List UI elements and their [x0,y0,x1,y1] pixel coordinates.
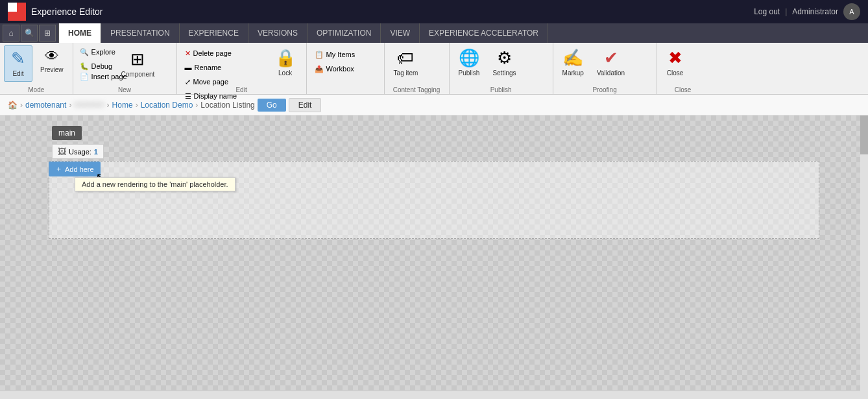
publish-button[interactable]: 🌐 Publish [453,45,485,82]
validation-button[interactable]: ✔ Validation [592,45,630,82]
top-bar: Experience Editor Log out | Administrato… [0,0,868,23]
breadcrumb-item2: ••••••••••• [74,101,104,110]
top-bar-right: Log out | Administrator A [754,3,860,20]
preview-icon: 👁 [45,48,59,65]
nav-experience[interactable]: EXPERIENCE [180,23,248,43]
markup-button[interactable]: ✍ Markup [557,45,589,82]
lock-icon: 🔒 [275,48,296,68]
items-group: 📋 My Items 📤 Workbox [307,43,385,95]
publish-icon: 🌐 [459,48,479,68]
close-label: Close [667,69,684,77]
markup-icon: ✍ [562,48,583,68]
tag-item-icon: 🏷 [397,48,414,68]
nav-experience-accelerator[interactable]: EXPERIENCE ACCELERATOR [420,23,548,43]
publish-group: 🌐 Publish ⚙ Settings Publish [450,43,553,95]
separator: | [785,7,787,16]
my-items-icon: 📋 [315,51,324,59]
insert-page-button[interactable]: 📄 Insert page [77,70,130,83]
content-placeholder [49,161,819,239]
close-button[interactable]: ✖ Close [661,45,690,82]
new-group: 🔍 Explore 🐛 Debug ⊞ Component 📄 Insert p… [73,43,177,95]
breadcrumb-home-icon: 🏠 [8,101,18,110]
edit-button[interactable]: ✎ Edit [4,45,32,82]
settings-button[interactable]: ⚙ Settings [487,45,521,82]
add-here-tooltip: Add a new rendering to the 'main' placeh… [75,177,235,191]
workbox-icon: 📤 [315,65,324,73]
placeholder-label: main [52,126,82,140]
move-page-label: Move page [193,78,228,86]
workbox-button[interactable]: 📤 Workbox [312,62,380,75]
grid-quick-btn[interactable]: ⊞ [39,25,56,42]
new-sub-group: 🔍 Explore 🐛 Debug [77,45,118,73]
content-tagging-label: Content Tagging [385,86,449,93]
add-here-button[interactable]: ＋ Add here [49,162,101,176]
my-items-button[interactable]: 📋 My Items [312,48,380,61]
explore-label: Explore [91,48,115,56]
tag-item-label: Tag item [394,69,418,77]
nav-versions[interactable]: VERSIONS [248,23,307,43]
usage-text: Usage: [69,148,91,156]
preview-label: Preview [40,66,64,73]
scrollbar-horizontal[interactable] [0,391,868,399]
username: Administrator [792,7,838,16]
breadcrumb-home[interactable]: Home [112,101,133,110]
avatar: A [843,3,860,20]
edit-icon: ✎ [11,49,25,69]
scrollbar-vertical[interactable] [860,115,868,399]
content-tagging-group: 🏷 Tag item Content Tagging [385,43,450,95]
nav-home[interactable]: HOME [59,23,101,43]
breadcrumb-demotenant[interactable]: demotenant [25,101,66,110]
placeholder-usage: 🖼 Usage: 1 [52,144,104,159]
ribbon-nav: ⌂ 🔍 ⊞ HOME PRESENTATION EXPERIENCE VERSI… [0,23,868,43]
markup-label: Markup [562,69,584,77]
settings-label: Settings [492,69,516,77]
explore-icon: 🔍 [80,48,89,56]
close-group: ✖ Close Close [657,43,709,95]
close-group-label: Close [657,86,709,93]
close-icon: ✖ [668,48,682,68]
mode-group: ✎ Edit 👁 Preview Mode [0,43,73,95]
proofing-group-label: Proofing [553,86,657,93]
canvas-area: main 🖼 Usage: 1 ＋ Add here ↖ Add a new r… [0,115,868,399]
top-bar-left: Experience Editor [8,3,103,21]
nav-optimization[interactable]: OPTIMIZATION [307,23,381,43]
settings-icon: ⚙ [497,48,512,68]
edit-label: Edit [12,70,23,77]
logout-link[interactable]: Log out [754,7,780,16]
component-icon: ⊞ [130,49,145,69]
lock-button[interactable]: 🔒 Lock [270,45,301,82]
usage-icon: 🖼 [58,147,66,156]
usage-count: 1 [94,148,98,156]
rename-label: Rename [195,64,222,71]
quick-actions: ⌂ 🔍 ⊞ [0,23,59,43]
edit-group: ✕ Delete page ▬ Rename ⤢ Move page ☰ Dis… [177,43,307,95]
publish-label: Publish [459,69,480,77]
debug-icon: 🐛 [80,62,89,71]
add-here-plus-icon: ＋ [55,164,62,174]
delete-icon: ✕ [185,49,191,58]
search-quick-btn[interactable]: 🔍 [21,25,38,42]
delete-page-label: Delete page [193,49,232,57]
preview-button[interactable]: 👁 Preview [35,45,69,82]
mode-group-label: Mode [0,86,73,93]
add-here-label: Add here [65,165,94,173]
insert-page-icon: 📄 [80,73,89,81]
workbox-label: Workbox [326,65,354,73]
debug-label: Debug [91,62,112,70]
app-logo [8,3,26,21]
explore-button[interactable]: 🔍 Explore [77,45,118,58]
home-quick-btn[interactable]: ⌂ [3,25,19,42]
validation-label: Validation [597,69,625,77]
lock-label: Lock [278,69,292,77]
breadcrumb-bar: 🏠 › demotenant › ••••••••••• › Home › Lo… [0,95,868,115]
tag-item-button[interactable]: 🏷 Tag item [389,45,424,82]
nav-presentation[interactable]: PRESENTATION [101,23,180,43]
move-page-icon: ⤢ [185,78,191,86]
validation-icon: ✔ [604,48,618,68]
proofing-group: ✍ Markup ✔ Validation Proofing [553,43,657,95]
publish-group-label: Publish [450,86,553,93]
new-group-label: New [73,86,176,93]
nav-view[interactable]: VIEW [381,23,420,43]
scrollbar-thumb[interactable] [860,115,868,154]
my-items-label: My Items [326,51,356,58]
